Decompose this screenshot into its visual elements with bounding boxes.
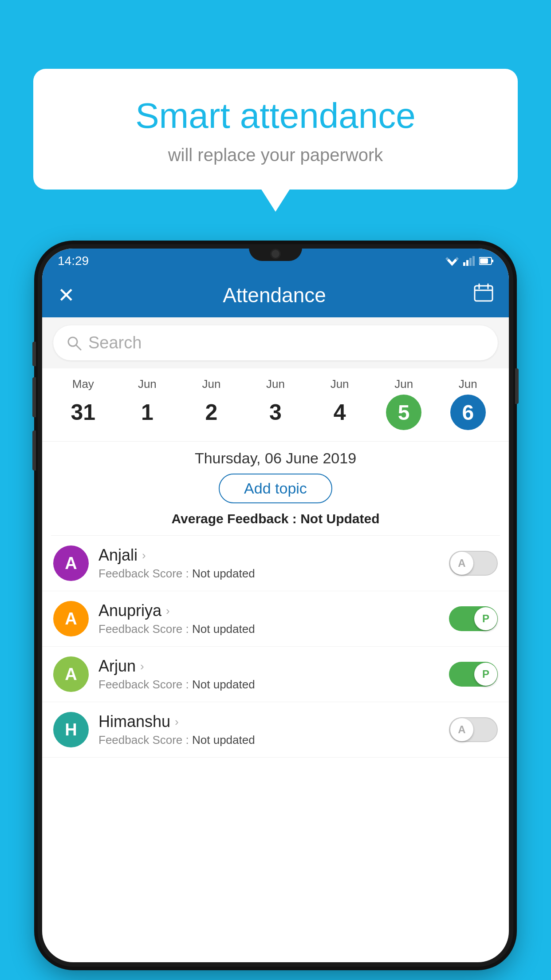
date-info-section: Thursday, 06 June 2019 Add topic Average… — [42, 441, 509, 535]
feedback-anupriya: Feedback Score : Not updated — [98, 622, 439, 636]
phone-frame: 14:29 — [38, 244, 513, 967]
search-container: Search — [42, 317, 509, 368]
toggle-himanshu[interactable]: A — [449, 717, 498, 742]
student-info-arjun: Arjun › Feedback Score : Not updated — [98, 657, 439, 692]
feedback-arjun: Feedback Score : Not updated — [98, 678, 439, 692]
month-row: May Jun Jun Jun Jun Jun Jun — [42, 377, 509, 391]
status-time: 14:29 — [58, 254, 89, 268]
front-camera — [270, 249, 281, 259]
bubble-title: Smart attendance — [60, 95, 491, 136]
svg-rect-3 — [466, 260, 468, 266]
add-topic-button[interactable]: Add topic — [219, 474, 332, 503]
search-bar[interactable]: Search — [53, 325, 498, 360]
chevron-icon: › — [166, 604, 170, 618]
month-jun3: Jun — [244, 377, 308, 391]
month-jun1: Jun — [115, 377, 180, 391]
toggle-anjali[interactable]: A — [449, 551, 498, 576]
month-jun6: Jun — [436, 377, 500, 391]
bubble-subtitle: will replace your paperwork — [60, 145, 491, 165]
student-item-anupriya[interactable]: A Anupriya › Feedback Score : Not update… — [42, 591, 509, 647]
svg-line-14 — [76, 345, 81, 350]
toggle-thumb-arjun: P — [474, 663, 497, 686]
feedback-himanshu: Feedback Score : Not updated — [98, 733, 439, 747]
student-name-himanshu: Himanshu › — [98, 712, 439, 731]
date-3[interactable]: 3 — [244, 399, 308, 425]
date-1[interactable]: 1 — [115, 399, 180, 425]
volume-down-button — [32, 377, 36, 417]
signal-icon — [463, 256, 475, 266]
svg-rect-9 — [475, 286, 492, 301]
svg-marker-1 — [445, 257, 459, 266]
phone-notch — [249, 244, 302, 261]
student-name-anupriya: Anupriya › — [98, 601, 439, 620]
toggle-thumb-anjali: A — [450, 552, 473, 575]
svg-rect-8 — [480, 258, 488, 264]
date-5[interactable]: 5 — [372, 395, 436, 430]
student-name-anjali: Anjali › — [98, 546, 439, 565]
search-icon — [67, 336, 82, 351]
wifi-icon — [445, 256, 459, 266]
avatar-anupriya: A — [53, 601, 89, 636]
toggle-arjun[interactable]: P — [449, 662, 498, 687]
status-icons — [445, 256, 493, 266]
app-bar-title: Attendance — [75, 283, 474, 307]
toggle-thumb-himanshu: A — [450, 718, 473, 741]
avatar-himanshu: H — [53, 712, 89, 747]
phone-screen: 14:29 — [42, 249, 509, 962]
student-item-anjali[interactable]: A Anjali › Feedback Score : Not updated … — [42, 536, 509, 591]
toggle-thumb-anupriya: P — [474, 607, 497, 630]
student-info-anjali: Anjali › Feedback Score : Not updated — [98, 546, 439, 581]
date-row: 31 1 2 3 4 5 — [42, 391, 509, 437]
close-icon[interactable]: ✕ — [58, 283, 75, 307]
svg-rect-5 — [472, 256, 475, 266]
student-list: A Anjali › Feedback Score : Not updated … — [42, 536, 509, 758]
toggle-anupriya[interactable]: P — [449, 606, 498, 631]
selected-date: Thursday, 06 June 2019 — [42, 450, 509, 467]
student-info-anupriya: Anupriya › Feedback Score : Not updated — [98, 601, 439, 636]
month-jun2: Jun — [179, 377, 244, 391]
date-6[interactable]: 6 — [436, 395, 500, 430]
speech-bubble: Smart attendance will replace your paper… — [33, 69, 518, 190]
svg-rect-7 — [492, 260, 493, 262]
svg-rect-4 — [469, 258, 472, 266]
avg-feedback: Average Feedback : Not Updated — [42, 511, 509, 526]
battery-icon — [479, 256, 493, 266]
date-31[interactable]: 31 — [51, 399, 115, 425]
student-item-arjun[interactable]: A Arjun › Feedback Score : Not updated P — [42, 647, 509, 702]
silent-button — [32, 431, 36, 470]
month-may: May — [51, 377, 115, 391]
volume-up-button — [32, 342, 36, 366]
chevron-icon: › — [175, 715, 179, 729]
student-info-himanshu: Himanshu › Feedback Score : Not updated — [98, 712, 439, 747]
app-bar: ✕ Attendance — [42, 273, 509, 317]
feedback-anjali: Feedback Score : Not updated — [98, 567, 439, 581]
avatar-anjali: A — [53, 545, 89, 581]
calendar-section: May Jun Jun Jun Jun Jun Jun — [42, 368, 509, 441]
search-placeholder: Search — [88, 333, 142, 352]
calendar-icon[interactable] — [474, 283, 493, 308]
svg-rect-2 — [463, 262, 465, 266]
chevron-icon: › — [142, 549, 146, 562]
chevron-icon: › — [140, 660, 144, 673]
avatar-arjun: A — [53, 656, 89, 692]
month-jun4: Jun — [307, 377, 372, 391]
student-name-arjun: Arjun › — [98, 657, 439, 676]
power-button — [515, 368, 519, 404]
date-4[interactable]: 4 — [307, 399, 372, 425]
student-item-himanshu[interactable]: H Himanshu › Feedback Score : Not update… — [42, 702, 509, 758]
date-2[interactable]: 2 — [179, 399, 244, 425]
month-jun5: Jun — [372, 377, 436, 391]
